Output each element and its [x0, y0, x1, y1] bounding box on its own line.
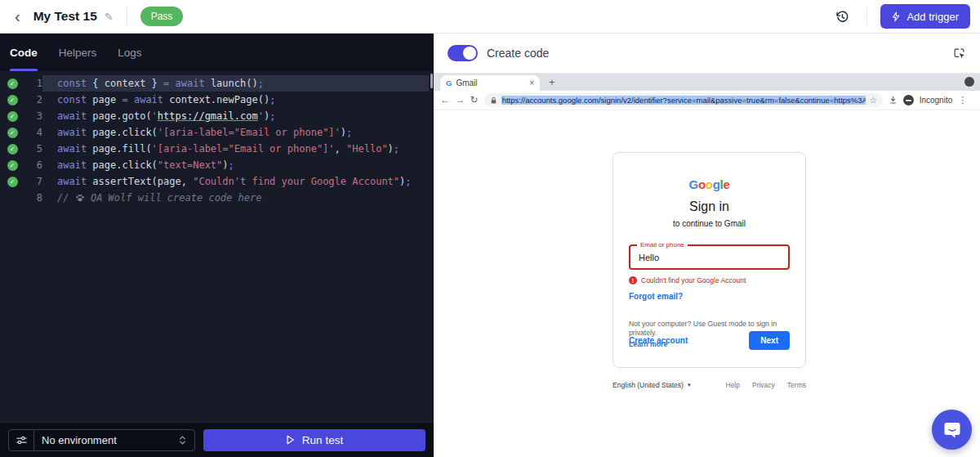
- chat-bubble-icon: [942, 420, 962, 440]
- code-line-6[interactable]: ✓6await page.click("text=Next");: [0, 157, 434, 173]
- line-pass-check-icon: ✓: [7, 128, 18, 138]
- select-chevrons-icon: [178, 435, 187, 446]
- code-line-7[interactable]: ✓7await assertText(page, "Couldn't find …: [0, 173, 434, 190]
- element-picker-icon[interactable]: [952, 47, 966, 60]
- top-header: ‹ My Test 15 ✎ Pass Add trigger: [0, 0, 980, 34]
- code-gutter: ✓: [0, 177, 24, 187]
- code-line-5[interactable]: ✓5await page.fill('[aria-label="Email or…: [0, 141, 434, 157]
- signin-error: ! Couldn't find your Google Account: [629, 276, 790, 285]
- editor-scrollbar[interactable]: [430, 74, 433, 88]
- edit-title-icon[interactable]: ✎: [105, 11, 114, 23]
- email-field[interactable]: Email or phone Hello: [629, 244, 790, 270]
- code-text: await assertText(page, "Couldn't find yo…: [42, 173, 429, 190]
- lock-icon: [490, 96, 497, 105]
- code-text: const page = await context.newPage();: [42, 92, 429, 108]
- code-gutter: ✓: [0, 160, 24, 171]
- browser-forward-icon[interactable]: →: [456, 96, 466, 105]
- google-favicon: G: [446, 78, 452, 87]
- browser-menu-icon[interactable]: ⋮: [958, 95, 967, 105]
- code-text: const { context } = await launch();: [42, 75, 429, 92]
- lightning-icon: [892, 11, 900, 22]
- download-icon[interactable]: [889, 96, 898, 105]
- header-actions: Add trigger: [831, 4, 970, 29]
- url-text: https://accounts.google.com/signin/v2/id…: [501, 96, 866, 105]
- line-number: 7: [24, 176, 42, 187]
- test-title: My Test 15: [33, 9, 97, 24]
- run-test-button[interactable]: Run test: [203, 429, 425, 451]
- code-line-3[interactable]: ✓3await page.goto('https://gmail.com');: [0, 108, 434, 124]
- play-icon: [286, 435, 295, 445]
- browser-reload-icon[interactable]: ↻: [470, 96, 479, 105]
- code-text: await page.goto('https://gmail.com');: [42, 108, 429, 124]
- status-badge: Pass: [140, 7, 184, 26]
- footer-link-help[interactable]: Help: [726, 381, 740, 389]
- line-pass-check-icon: ✓: [7, 144, 18, 155]
- line-number: 8: [24, 192, 42, 204]
- back-icon[interactable]: ‹: [10, 8, 25, 25]
- code-gutter: ✓: [0, 111, 24, 122]
- incognito-label: Incognito: [920, 96, 953, 105]
- history-icon[interactable]: [831, 5, 853, 28]
- email-field-label: Email or phone: [637, 241, 688, 249]
- editor-tabs: CodeHelpersLogs: [0, 34, 434, 71]
- code-line-8[interactable]: 8// QA Wolf will create code here: [0, 190, 434, 206]
- browser-tab-gmail[interactable]: G Gmail ×: [440, 75, 540, 91]
- code-text: // QA Wolf will create code here: [42, 190, 429, 206]
- create-code-toggle[interactable]: [448, 45, 478, 61]
- tab-code[interactable]: Code: [10, 34, 38, 71]
- tab-helpers[interactable]: Helpers: [59, 34, 97, 71]
- tab-logs[interactable]: Logs: [118, 34, 141, 71]
- language-selector[interactable]: English (United States) ▾: [612, 381, 690, 389]
- code-text: await page.click('[aria-label="Email or …: [42, 124, 429, 141]
- code-line-2[interactable]: ✓2const page = await context.newPage();: [0, 92, 434, 108]
- browser-back-icon[interactable]: ←: [440, 96, 450, 105]
- line-number: 1: [24, 78, 42, 89]
- line-number: 5: [24, 143, 42, 155]
- header-divider: [866, 7, 867, 25]
- environment-group: No environment: [8, 429, 195, 451]
- email-field-value: Hello: [630, 246, 788, 262]
- browser-toolbar: ← → ↻ https://accounts.google.com/signin…: [434, 91, 980, 110]
- code-gutter: ✓: [0, 144, 24, 155]
- address-bar[interactable]: https://accounts.google.com/signin/v2/id…: [484, 93, 883, 107]
- environment-settings-icon[interactable]: [9, 430, 34, 450]
- page-viewport: Google Sign in to continue to Gmail Emai…: [434, 110, 980, 457]
- environment-select[interactable]: No environment: [34, 430, 194, 450]
- chat-widget-button[interactable]: [932, 410, 972, 450]
- browser-profile-icon[interactable]: [964, 77, 974, 87]
- signin-subheading: to continue to Gmail: [613, 219, 805, 228]
- footer-link-terms[interactable]: Terms: [787, 381, 806, 389]
- line-pass-check-icon: ✓: [7, 111, 18, 122]
- footer-links: HelpPrivacyTerms: [726, 381, 807, 389]
- code-text: await page.fill('[aria-label="Email or p…: [42, 141, 429, 157]
- google-signin-card: Google Sign in to continue to Gmail Emai…: [612, 152, 806, 368]
- wolf-paw-icon: [75, 192, 85, 204]
- code-gutter: ✓: [0, 128, 24, 138]
- create-code-bar: Create code: [434, 34, 980, 74]
- code-gutter: ✓: [0, 95, 24, 105]
- line-number: 3: [24, 110, 42, 122]
- tab-title: Gmail: [456, 78, 477, 87]
- google-footer: English (United States) ▾ HelpPrivacyTer…: [612, 381, 806, 389]
- footer-link-privacy[interactable]: Privacy: [752, 381, 775, 389]
- next-button[interactable]: Next: [749, 331, 790, 350]
- line-number: 4: [24, 127, 42, 138]
- header-divider: [127, 7, 127, 25]
- add-trigger-button[interactable]: Add trigger: [880, 4, 970, 29]
- bookmark-star-icon[interactable]: ☆: [870, 96, 877, 105]
- line-pass-check-icon: ✓: [7, 95, 18, 105]
- code-line-4[interactable]: ✓4await page.click('[aria-label="Email o…: [0, 124, 434, 141]
- forgot-email-link[interactable]: Forgot email?: [629, 292, 790, 301]
- incognito-icon: [903, 95, 914, 105]
- browser-tab-strip: G Gmail × +: [434, 74, 980, 91]
- error-icon: !: [629, 276, 637, 285]
- editor-panel: CodeHelpersLogs ✓1const { context } = aw…: [0, 34, 434, 457]
- create-account-link[interactable]: Create account: [629, 336, 688, 345]
- code-editor[interactable]: ✓1const { context } = await launch();✓2c…: [0, 71, 434, 422]
- qawolf-app: ‹ My Test 15 ✎ Pass Add trigger CodeHelp…: [0, 0, 980, 457]
- google-logo: Google: [613, 177, 805, 191]
- new-tab-icon[interactable]: +: [549, 77, 555, 87]
- code-gutter: ✓: [0, 78, 24, 89]
- tab-close-icon[interactable]: ×: [529, 78, 534, 87]
- code-line-1[interactable]: ✓1const { context } = await launch();: [0, 75, 434, 92]
